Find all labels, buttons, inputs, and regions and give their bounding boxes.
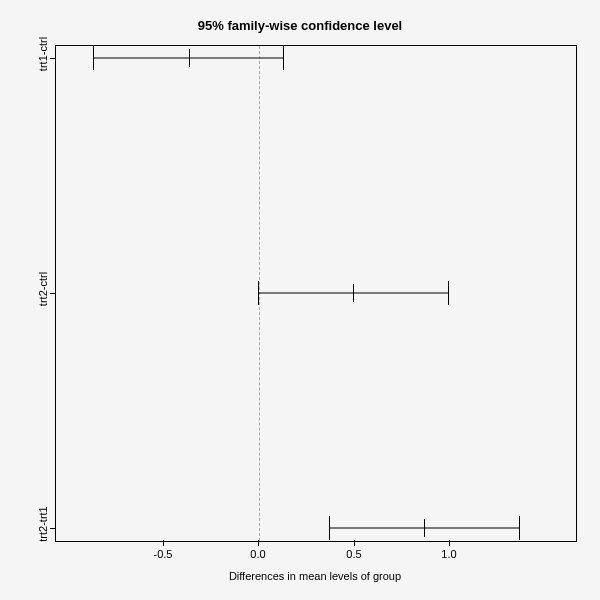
ci-upper-whisker — [283, 46, 284, 70]
y-tick — [50, 58, 56, 59]
x-axis-label: Differences in mean levels of group — [55, 570, 575, 582]
y-tick-label-trt2-trt1: trt2-trt1 — [37, 484, 49, 564]
ci-point-estimate — [189, 49, 190, 67]
ci-lower-whisker — [258, 281, 259, 305]
tukey-hsd-plot: 95% family-wise confidence level trt1-ct… — [0, 0, 600, 600]
x-tick-label: -0.5 — [154, 548, 173, 560]
ci-point-estimate — [424, 519, 425, 537]
x-tick — [449, 540, 450, 546]
ci-upper-whisker — [519, 516, 520, 540]
ci-point-estimate — [353, 284, 354, 302]
x-tick — [258, 540, 259, 546]
x-tick-label: 1.0 — [441, 548, 456, 560]
x-tick-label: 0.5 — [346, 548, 361, 560]
x-tick — [354, 540, 355, 546]
ci-lower-whisker — [93, 46, 94, 70]
ci-upper-whisker — [448, 281, 449, 305]
x-tick — [163, 540, 164, 546]
x-tick-label: 0.0 — [250, 548, 265, 560]
ci-trt1-ctrl — [93, 46, 284, 70]
y-tick — [50, 293, 56, 294]
y-tick-label-trt1-ctrl: trt1-ctrl — [37, 14, 49, 94]
ci-lower-whisker — [329, 516, 330, 540]
y-tick — [50, 528, 56, 529]
chart-title: 95% family-wise confidence level — [0, 18, 600, 33]
y-tick-label-trt2-ctrl: trt2-ctrl — [37, 249, 49, 329]
ci-trt2-trt1 — [329, 516, 520, 540]
ci-trt2-ctrl — [258, 281, 449, 305]
plot-area — [55, 45, 577, 542]
